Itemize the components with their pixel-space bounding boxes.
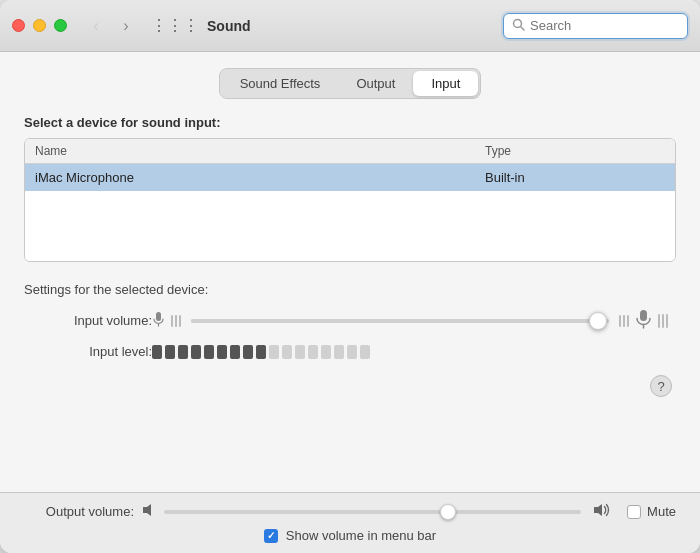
level-bar-5 [217, 345, 227, 359]
table-empty-area [25, 191, 675, 261]
mute-area: Mute [627, 504, 676, 519]
tab-output[interactable]: Output [338, 71, 413, 96]
svg-rect-2 [156, 312, 161, 321]
level-bar-4 [204, 345, 214, 359]
volume-high-icon [593, 503, 611, 520]
level-bars [152, 345, 370, 359]
main-window: ‹ › ⋮⋮⋮ Sound Sound Effects Output Input [0, 0, 700, 553]
level-bar-9 [269, 345, 279, 359]
level-bar-11 [295, 345, 305, 359]
traffic-lights [12, 19, 67, 32]
close-button[interactable] [12, 19, 25, 32]
mute-label: Mute [647, 504, 676, 519]
menubar-row: Show volume in menu bar [24, 528, 676, 543]
tab-sound-effects[interactable]: Sound Effects [222, 71, 339, 96]
device-section-heading: Select a device for sound input: [24, 115, 676, 130]
mic-small-icon [152, 311, 165, 330]
mic-large-icon [635, 309, 652, 332]
input-level-label: Input level: [32, 344, 152, 359]
tabs-container: Sound Effects Output Input [24, 68, 676, 99]
level-bar-0 [152, 345, 162, 359]
input-level-widget [152, 345, 668, 359]
window-title: Sound [207, 18, 251, 34]
level-bar-16 [360, 345, 370, 359]
title-bar: ‹ › ⋮⋮⋮ Sound [0, 0, 700, 52]
level-bar-13 [321, 345, 331, 359]
level-bar-1 [165, 345, 175, 359]
maximize-button[interactable] [54, 19, 67, 32]
table-header: Name Type [25, 139, 675, 164]
mute-checkbox[interactable] [627, 505, 641, 519]
level-bar-2 [178, 345, 188, 359]
input-volume-row: Input volume: [24, 309, 676, 332]
col-name-header: Name [35, 144, 485, 158]
input-level-row: Input level: [24, 344, 676, 359]
minimize-button[interactable] [33, 19, 46, 32]
level-bar-3 [191, 345, 201, 359]
tabs: Sound Effects Output Input [219, 68, 482, 99]
level-bar-6 [230, 345, 240, 359]
help-button[interactable]: ? [650, 375, 672, 397]
level-bar-14 [334, 345, 344, 359]
grid-icon: ⋮⋮⋮ [151, 16, 199, 35]
output-volume-label: Output volume: [24, 504, 134, 519]
table-row[interactable]: iMac Microphone Built-in [25, 164, 675, 191]
settings-heading: Settings for the selected device: [24, 282, 676, 297]
search-box[interactable] [503, 13, 688, 39]
output-volume-slider[interactable] [164, 510, 581, 514]
svg-marker-6 [143, 504, 151, 516]
show-menubar-label: Show volume in menu bar [286, 528, 436, 543]
help-area: ? [24, 375, 676, 397]
search-icon [512, 18, 525, 34]
level-bar-10 [282, 345, 292, 359]
show-menubar-checkbox[interactable] [264, 529, 278, 543]
level-bar-15 [347, 345, 357, 359]
back-button[interactable]: ‹ [83, 16, 109, 36]
input-volume-label: Input volume: [32, 313, 152, 328]
tab-input[interactable]: Input [413, 71, 478, 96]
nav-buttons: ‹ › [83, 16, 139, 36]
level-bar-12 [308, 345, 318, 359]
svg-rect-4 [640, 310, 647, 321]
forward-button[interactable]: › [113, 16, 139, 36]
search-input[interactable] [530, 18, 679, 33]
settings-section: Settings for the selected device: Input … [24, 282, 676, 371]
level-bar-7 [243, 345, 253, 359]
device-type: Built-in [485, 170, 665, 185]
content-area: Sound Effects Output Input Select a devi… [0, 52, 700, 492]
input-volume-widget [152, 309, 668, 332]
volume-low-icon [142, 503, 156, 520]
bottom-bar: Output volume: Mute [0, 492, 700, 553]
svg-marker-7 [594, 504, 602, 516]
output-volume-row: Output volume: Mute [24, 503, 676, 520]
device-table: Name Type iMac Microphone Built-in [24, 138, 676, 262]
device-name: iMac Microphone [35, 170, 485, 185]
svg-line-1 [521, 26, 525, 30]
level-bar-8 [256, 345, 266, 359]
input-volume-slider[interactable] [191, 319, 609, 323]
col-type-header: Type [485, 144, 665, 158]
